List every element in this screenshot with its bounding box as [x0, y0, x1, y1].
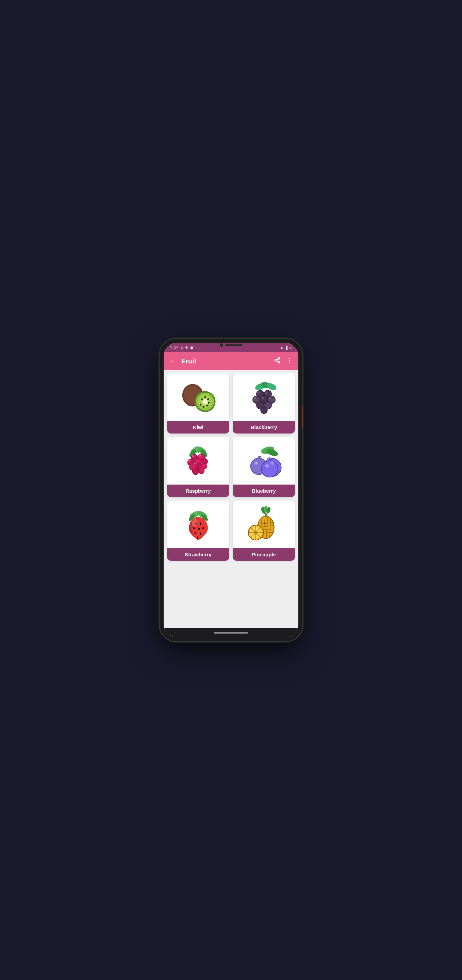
fruit-card-blueberry[interactable]: Blueberry: [233, 437, 295, 497]
svg-point-52: [192, 468, 199, 475]
svg-point-6: [289, 360, 290, 361]
fruit-image-blueberry: [233, 437, 295, 485]
svg-point-35: [254, 397, 256, 399]
toolbar: ← Fruit: [164, 352, 298, 370]
svg-point-36: [261, 397, 264, 399]
svg-point-7: [289, 362, 290, 363]
fruit-image-pineapple: [233, 501, 295, 548]
svg-point-56: [188, 460, 191, 462]
fruit-label-kiwi: Kiwi: [167, 421, 229, 434]
fruit-card-strawberry[interactable]: Strawberry: [167, 501, 229, 561]
svg-point-16: [204, 396, 205, 398]
fruit-card-blackberry[interactable]: Blackberry: [233, 373, 295, 434]
toolbar-title: Fruit: [181, 357, 274, 365]
camera-area: [220, 343, 242, 347]
svg-line-3: [276, 361, 278, 362]
svg-point-78: [198, 528, 200, 530]
fruit-card-raspberry[interactable]: Raspberry: [167, 437, 229, 497]
fruit-card-kiwi[interactable]: Kiwi: [167, 373, 229, 434]
phone-screen: 1:47 ⊙ ⚙ ▣ ▲ ▐ ▭ ← Fruit: [164, 343, 298, 637]
toolbar-actions: [274, 357, 293, 366]
svg-point-54: [192, 455, 194, 458]
nav-bar: [164, 628, 298, 637]
status-left: 1:47 ⊙ ⚙ ▣: [170, 345, 193, 350]
svg-point-19: [206, 405, 208, 406]
svg-point-65: [261, 461, 278, 477]
svg-point-34: [265, 392, 267, 394]
svg-point-33: [257, 392, 260, 394]
fruit-image-blackberry: [233, 373, 295, 421]
more-icon[interactable]: [286, 357, 293, 366]
status-time: 1:47: [170, 345, 178, 350]
svg-point-5: [289, 358, 290, 359]
fruit-image-strawberry: [167, 501, 229, 548]
person-icon: ⊙: [180, 346, 183, 350]
nav-pill: [214, 632, 248, 633]
svg-point-53: [198, 468, 205, 474]
svg-point-64: [255, 462, 257, 464]
content-area: Kiwi: [164, 370, 298, 628]
svg-point-14: [203, 400, 206, 403]
back-button[interactable]: ←: [169, 356, 176, 366]
svg-point-55: [199, 454, 201, 457]
fruit-label-raspberry: Raspberry: [167, 485, 229, 497]
fruit-grid: Kiwi: [167, 373, 295, 561]
fruit-label-blackberry: Blackberry: [233, 421, 295, 434]
fruit-label-strawberry: Strawberry: [167, 548, 229, 561]
svg-point-82: [197, 536, 198, 539]
signal-icon: ▐: [285, 346, 287, 350]
battery-icon: ▭: [289, 346, 292, 350]
fruit-label-pineapple: Pineapple: [233, 548, 295, 561]
fruit-image-raspberry: [167, 437, 229, 485]
svg-line-4: [276, 359, 278, 360]
phone-frame: 1:47 ⊙ ⚙ ▣ ▲ ▐ ▭ ← Fruit: [160, 339, 302, 641]
camera-dot: [220, 343, 223, 347]
fruit-label-blueberry: Blueberry: [233, 485, 295, 497]
status-right: ▲ ▐ ▭: [280, 346, 292, 350]
svg-point-67: [266, 465, 268, 467]
svg-point-37: [269, 397, 271, 399]
speaker-bar: [225, 344, 242, 346]
share-icon[interactable]: [274, 357, 281, 366]
settings-icon: ⚙: [185, 346, 188, 350]
svg-point-32: [260, 407, 267, 414]
volume-button: [302, 407, 302, 427]
wifi-icon: ▲: [280, 346, 283, 350]
sim-icon: ▣: [190, 346, 193, 350]
svg-point-81: [200, 533, 201, 535]
fruit-image-kiwi: [167, 373, 229, 421]
svg-point-68: [270, 461, 274, 465]
fruit-card-pineapple[interactable]: Pineapple: [233, 501, 295, 561]
